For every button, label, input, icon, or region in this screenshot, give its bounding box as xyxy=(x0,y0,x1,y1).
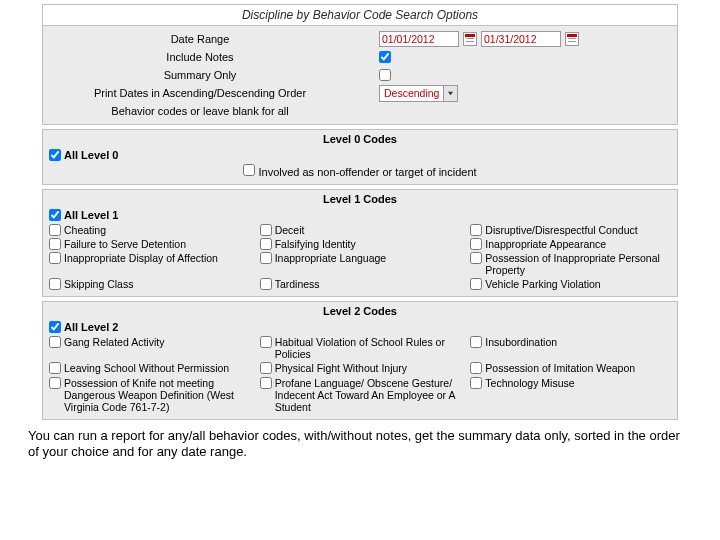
level1-item-label: Inappropriate Appearance xyxy=(485,238,606,250)
all-level2-checkbox[interactable] xyxy=(49,321,61,333)
include-notes-checkbox[interactable] xyxy=(379,51,391,63)
behavior-codes-label: Behavior codes or leave blank for all xyxy=(43,105,363,117)
level1-item-label: Cheating xyxy=(64,224,106,236)
summary-only-label: Summary Only xyxy=(43,69,363,81)
level1-item[interactable]: Inappropriate Appearance xyxy=(470,238,671,250)
level1-item-checkbox[interactable] xyxy=(260,278,272,290)
search-options-panel: Discipline by Behavior Code Search Optio… xyxy=(42,4,678,125)
level1-item-label: Inappropriate Display of Affection xyxy=(64,252,218,264)
date-from-field[interactable] xyxy=(379,31,459,47)
level1-item-checkbox[interactable] xyxy=(260,238,272,250)
all-level1-label: All Level 1 xyxy=(64,209,118,221)
level1-item-checkbox[interactable] xyxy=(470,278,482,290)
level2-item-label: Insubordination xyxy=(485,336,557,348)
level1-block: Level 1 Codes All Level 1 CheatingDeceit… xyxy=(42,189,678,297)
level1-item[interactable]: Inappropriate Display of Affection xyxy=(49,252,250,276)
level2-item-label: Profane Language/ Obscene Gesture/ Indec… xyxy=(275,377,461,413)
level2-item-checkbox[interactable] xyxy=(260,362,272,374)
level2-item-label: Physical Fight Without Injury xyxy=(275,362,407,374)
all-level0-row[interactable]: All Level 0 xyxy=(49,149,671,161)
level1-item[interactable]: Disruptive/Disrespectful Conduct xyxy=(470,224,671,236)
panel-title: Discipline by Behavior Code Search Optio… xyxy=(43,5,677,26)
footer-caption: You can run a report for any/all behavio… xyxy=(28,428,692,461)
level2-item[interactable]: Insubordination xyxy=(470,336,671,360)
level0-heading: Level 0 Codes xyxy=(49,133,671,145)
level1-heading: Level 1 Codes xyxy=(49,193,671,205)
row-include-notes: Include Notes xyxy=(43,48,677,66)
summary-only-checkbox[interactable] xyxy=(379,69,391,81)
level1-item[interactable]: Deceit xyxy=(260,224,461,236)
level1-item-checkbox[interactable] xyxy=(470,238,482,250)
level2-item[interactable]: Physical Fight Without Injury xyxy=(260,362,461,374)
level1-item-label: Falsifying Identity xyxy=(275,238,356,250)
level1-item-checkbox[interactable] xyxy=(470,252,482,264)
all-level1-row[interactable]: All Level 1 xyxy=(49,209,671,221)
row-summary-only: Summary Only xyxy=(43,66,677,84)
date-to-field[interactable] xyxy=(481,31,561,47)
level2-item[interactable]: Habitual Violation of School Rules or Po… xyxy=(260,336,461,360)
all-level2-label: All Level 2 xyxy=(64,321,118,333)
level1-item[interactable]: Inappropriate Language xyxy=(260,252,461,276)
level2-item[interactable]: Leaving School Without Permission xyxy=(49,362,250,374)
row-date-range: Date Range xyxy=(43,30,677,48)
level1-item-checkbox[interactable] xyxy=(49,238,61,250)
level0-item-checkbox[interactable] xyxy=(243,164,255,176)
level1-item[interactable]: Possession of Inappropriate Personal Pro… xyxy=(470,252,671,276)
level1-item[interactable]: Falsifying Identity xyxy=(260,238,461,250)
level2-item-label: Possession of Knife not meeting Dangerou… xyxy=(64,377,250,413)
level1-item-label: Tardiness xyxy=(275,278,320,290)
level2-item-checkbox[interactable] xyxy=(49,336,61,348)
calendar-icon[interactable] xyxy=(565,32,579,46)
level2-item-checkbox[interactable] xyxy=(470,362,482,374)
level0-item-label: Involved as non-offender or target of in… xyxy=(258,166,476,178)
date-from-input[interactable] xyxy=(382,33,444,45)
level1-item-checkbox[interactable] xyxy=(49,224,61,236)
level2-item-label: Technology Misuse xyxy=(485,377,574,389)
level1-item-checkbox[interactable] xyxy=(49,278,61,290)
level1-item-label: Failure to Serve Detention xyxy=(64,238,186,250)
level2-item-label: Possession of Imitation Weapon xyxy=(485,362,635,374)
all-level0-label: All Level 0 xyxy=(64,149,118,161)
level1-item-checkbox[interactable] xyxy=(260,252,272,264)
level0-block: Level 0 Codes All Level 0 Involved as no… xyxy=(42,129,678,185)
date-to-input[interactable] xyxy=(484,33,546,45)
level1-item[interactable]: Skipping Class xyxy=(49,278,250,290)
level2-item-checkbox[interactable] xyxy=(260,377,272,389)
level2-block: Level 2 Codes All Level 2 Gang Related A… xyxy=(42,301,678,419)
all-level1-checkbox[interactable] xyxy=(49,209,61,221)
level1-item-label: Deceit xyxy=(275,224,305,236)
level2-item[interactable]: Gang Related Activity xyxy=(49,336,250,360)
level1-item[interactable]: Cheating xyxy=(49,224,250,236)
level1-item-checkbox[interactable] xyxy=(49,252,61,264)
row-sort-order: Print Dates in Ascending/Descending Orde… xyxy=(43,84,677,102)
level2-item[interactable]: Technology Misuse xyxy=(470,377,671,413)
level2-item-checkbox[interactable] xyxy=(49,377,61,389)
level2-heading: Level 2 Codes xyxy=(49,305,671,317)
level1-item-label: Vehicle Parking Violation xyxy=(485,278,600,290)
level1-item-checkbox[interactable] xyxy=(470,224,482,236)
level2-item[interactable]: Possession of Imitation Weapon xyxy=(470,362,671,374)
all-level0-checkbox[interactable] xyxy=(49,149,61,161)
level1-item[interactable]: Failure to Serve Detention xyxy=(49,238,250,250)
level2-item-checkbox[interactable] xyxy=(470,377,482,389)
sort-order-select[interactable]: Descending xyxy=(379,85,458,102)
sort-order-label: Print Dates in Ascending/Descending Orde… xyxy=(43,87,363,99)
level0-item[interactable]: Involved as non-offender or target of in… xyxy=(243,164,476,178)
all-level2-row[interactable]: All Level 2 xyxy=(49,321,671,333)
level2-item[interactable]: Profane Language/ Obscene Gesture/ Indec… xyxy=(260,377,461,413)
level1-item-checkbox[interactable] xyxy=(260,224,272,236)
level1-item-label: Disruptive/Disrespectful Conduct xyxy=(485,224,637,236)
chevron-down-icon xyxy=(443,86,457,101)
level2-item-checkbox[interactable] xyxy=(49,362,61,374)
level1-item-label: Skipping Class xyxy=(64,278,133,290)
level1-item[interactable]: Vehicle Parking Violation xyxy=(470,278,671,290)
level2-item-checkbox[interactable] xyxy=(260,336,272,348)
level2-item-label: Gang Related Activity xyxy=(64,336,164,348)
level1-item-label: Inappropriate Language xyxy=(275,252,387,264)
level2-item[interactable]: Possession of Knife not meeting Dangerou… xyxy=(49,377,250,413)
include-notes-label: Include Notes xyxy=(43,51,363,63)
level2-item-label: Leaving School Without Permission xyxy=(64,362,229,374)
calendar-icon[interactable] xyxy=(463,32,477,46)
level1-item[interactable]: Tardiness xyxy=(260,278,461,290)
level2-item-checkbox[interactable] xyxy=(470,336,482,348)
